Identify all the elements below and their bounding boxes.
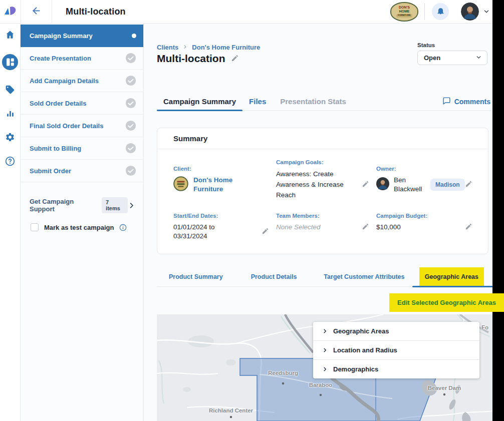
client-label: Client:	[173, 166, 276, 172]
home-icon	[5, 30, 15, 41]
breadcrumb-client-link[interactable]: Don's Home Furniture	[192, 44, 260, 51]
accordion-demographics[interactable]: Demographics	[313, 360, 479, 378]
owner-avatar	[376, 177, 389, 192]
pencil-icon	[465, 223, 472, 232]
sidebar-item-label: Campaign Summary	[30, 32, 93, 40]
status-select[interactable]: Open	[417, 51, 487, 65]
dashboard-icon	[2, 54, 19, 72]
sidebar-item-add-campaign-details[interactable]: Add Campaign Details	[21, 70, 143, 92]
sidebar-item-label: Sold Order Details	[30, 100, 86, 107]
sidebar-item-final-sold-order-details[interactable]: Final Sold Order Details	[21, 115, 143, 137]
active-step-dot	[132, 34, 136, 38]
campaign-support-row[interactable]: Get Campaign Support 7 items	[21, 196, 143, 214]
check-circle-icon	[125, 75, 136, 86]
sidebar-item-label: Final Sold Order Details	[30, 122, 103, 130]
rail-home-button[interactable]	[5, 30, 15, 41]
client-badge-line2: HOME	[399, 10, 410, 14]
map-label-beaver-dam: Beaver Dam	[428, 385, 461, 391]
rail-tags-button[interactable]	[5, 85, 15, 96]
header-divider	[52, 0, 52, 23]
info-circle-icon[interactable]	[119, 224, 127, 231]
pencil-icon	[262, 227, 269, 236]
owner-location-badge: Madison	[430, 179, 465, 191]
pencil-icon	[362, 180, 369, 189]
tab-files[interactable]: Files	[242, 93, 273, 110]
back-button[interactable]	[21, 0, 52, 23]
check-circle-icon	[125, 120, 136, 131]
client-logo-small	[173, 176, 188, 193]
accordion-label: Geographic Areas	[333, 327, 389, 335]
subtab-product-summary[interactable]: Product Summary	[169, 273, 223, 280]
sidebar-item-label: Submit Order	[30, 167, 71, 175]
rail-reports-button[interactable]	[6, 109, 15, 120]
chevron-right-icon	[128, 202, 135, 209]
edit-goals-button[interactable]	[362, 180, 369, 189]
pencil-icon	[465, 180, 472, 189]
accordion-location-and-radius[interactable]: Location and Radius	[313, 341, 479, 360]
header-right-group: DON'S HOME FURNITURE	[390, 2, 492, 22]
edit-selected-geographic-areas-button[interactable]: Edit Selected Geographic Areas	[389, 293, 504, 312]
sidebar-item-sold-order-details[interactable]: Sold Order Details	[21, 92, 143, 115]
pencil-icon	[362, 223, 369, 232]
top-header: Multi-location DON'S HOME FURNITURE	[0, 0, 492, 24]
app-logo-icon	[4, 5, 17, 18]
edit-budget-button[interactable]	[465, 223, 472, 232]
subtab-product-details[interactable]: Product Details	[251, 273, 297, 280]
chevron-right-icon	[182, 44, 188, 51]
tab-presentation-stats[interactable]: Presentation Stats	[274, 93, 353, 110]
check-circle-icon	[125, 143, 136, 154]
user-avatar-image	[461, 3, 479, 21]
edit-owner-button[interactable]	[465, 180, 472, 189]
rail-dashboard-button[interactable]	[2, 54, 19, 72]
campaign-goals-label: Campaign Goals:	[276, 159, 376, 165]
budget-label: Campaign Budget:	[376, 213, 479, 219]
client-field: Client: Don's Home Furniture	[173, 166, 276, 201]
edit-dates-button[interactable]	[262, 227, 269, 236]
subtab-target-customer-attributes[interactable]: Target Customer Attributes	[324, 273, 404, 280]
app-logo[interactable]	[0, 0, 21, 23]
summary-card-body: Client: Don's Home Furniture Campaign Go…	[157, 149, 488, 241]
user-menu-chevron-icon[interactable]	[483, 8, 490, 15]
sidebar-item-label: Submit to Billing	[30, 145, 81, 152]
test-campaign-checkbox[interactable]	[31, 223, 39, 231]
geographic-areas-map[interactable]: Reedsburg Baraboo Richland Center Beaver…	[157, 314, 492, 421]
accordion-geographic-areas[interactable]: Geographic Areas	[313, 322, 479, 341]
window-title: Multi-location	[66, 7, 126, 17]
team-members-label: Team Members:	[276, 213, 376, 219]
sidebar-item-create-presentation[interactable]: Create Presentation	[21, 47, 143, 70]
page-title: Multi-location	[157, 53, 225, 65]
owner-label: Owner:	[376, 166, 479, 172]
comments-link[interactable]: Comments	[442, 97, 492, 107]
detail-sub-tabs: Product Summary Product Details Target C…	[157, 267, 492, 287]
campaign-support-label: Get Campaign Support	[30, 198, 97, 213]
dates-value: 01/01/2024 to 03/31/2024	[173, 223, 224, 241]
client-logo-badge: DON'S HOME FURNITURE	[390, 2, 418, 22]
rail-help-button[interactable]	[5, 156, 15, 168]
accordion-label: Location and Radius	[333, 346, 397, 354]
main-content: Clients Don's Home Furniture Multi-locat…	[144, 24, 492, 421]
test-campaign-row: Mark as test campaign	[21, 223, 143, 231]
dates-field: Start/End Dates: 01/01/2024 to 03/31/202…	[173, 213, 276, 241]
edit-title-button[interactable]	[231, 54, 239, 64]
edit-team-button[interactable]	[362, 223, 369, 232]
steps-sidebar: Campaign Summary Create Presentation Add…	[21, 24, 144, 421]
help-circle-icon	[5, 156, 15, 168]
check-circle-icon	[125, 98, 136, 109]
subtab-geographic-areas-highlighted[interactable]: Geographic Areas	[419, 267, 484, 286]
sidebar-item-campaign-summary[interactable]: Campaign Summary	[21, 25, 143, 47]
user-avatar[interactable]	[461, 3, 479, 21]
map-accordion-panel: Geographic Areas Location and Radius Dem…	[313, 322, 479, 378]
client-badge-line1: DON'S	[399, 6, 410, 10]
tab-campaign-summary[interactable]: Campaign Summary	[157, 93, 242, 110]
sidebar-item-submit-order[interactable]: Submit Order	[21, 160, 143, 182]
arrow-left-icon	[31, 6, 42, 18]
summary-card: Summary Client: Don's Home Furniture Cam…	[157, 128, 488, 254]
breadcrumb-clients-link[interactable]: Clients	[157, 44, 178, 51]
summary-card-title: Summary	[157, 128, 488, 149]
rail-settings-button[interactable]	[5, 132, 15, 144]
client-link[interactable]: Don's Home Furniture	[193, 176, 249, 193]
sidebar-item-submit-to-billing[interactable]: Submit to Billing	[21, 137, 143, 160]
accordion-label: Demographics	[333, 365, 378, 373]
notifications-button[interactable]	[432, 3, 449, 20]
budget-value: $10,000	[376, 223, 401, 232]
